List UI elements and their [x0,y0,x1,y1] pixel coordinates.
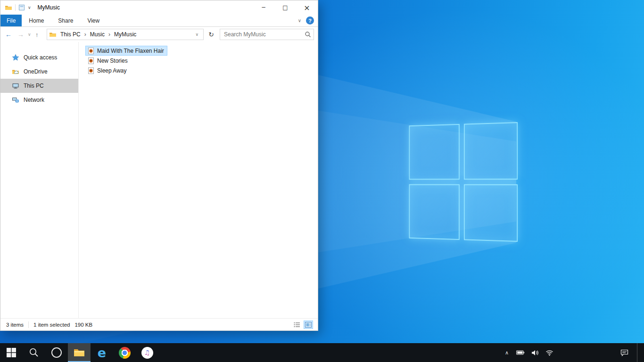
status-selected-size: 190 KB [74,322,92,328]
audio-file-icon [87,67,95,74]
file-row[interactable]: New Stories [85,56,131,66]
sidebar-item-label: Network [24,97,44,103]
expand-ribbon-icon[interactable]: ∨ [298,18,301,23]
back-button[interactable]: ← [3,31,14,38]
windows-logo-pane [464,122,518,180]
ribbon-right-controls: ∨ ? [298,15,318,26]
taskbar-itunes-button[interactable]: ♫ [136,343,158,362]
show-desktop-button[interactable] [637,343,639,362]
star-icon [12,54,19,61]
folder-icon [49,31,57,38]
explorer-body: Quick access OneDrive [0,42,318,318]
sidebar-item-label: OneDrive [24,68,48,75]
up-one-level-button[interactable]: ↑ [35,31,45,38]
audio-file-icon [87,47,95,55]
breadcrumb-music[interactable]: Music [87,31,107,38]
file-name: Sleep Away [97,67,127,74]
maximize-button[interactable]: □ [274,0,296,15]
network-icon [12,96,19,104]
file-row[interactable]: Sleep Away [85,66,130,75]
status-selected-count: 1 item selected [33,322,70,328]
file-list[interactable]: Maid With The Flaxen Hair New Stories [79,42,318,318]
itunes-icon: ♫ [141,347,153,359]
minimize-button[interactable]: ─ [253,0,274,15]
title-bar[interactable]: ∨ MyMusic ─ □ × [0,0,318,15]
file-row[interactable]: Maid With The Flaxen Hair [85,46,167,56]
toolbar-divider [15,4,16,11]
windows-logo-wallpaper [409,122,518,242]
audio-file-icon [87,57,95,65]
folder-icon [5,4,12,11]
search-input[interactable] [220,29,314,40]
edge-icon: e [98,346,106,359]
windows-logo-pane [409,124,460,180]
breadcrumb-this-pc[interactable]: This PC [58,31,83,38]
large-icons-view-button[interactable] [304,321,313,329]
breadcrumb-separator-icon[interactable]: › [108,31,110,38]
search-box [220,29,314,40]
quick-access-toolbar: ∨ [0,4,31,11]
sidebar-item-quick-access[interactable]: Quick access [0,50,78,65]
sidebar-item-network[interactable]: Network [0,93,78,107]
sidebar-item-label: This PC [24,82,44,89]
cortana-button[interactable] [45,343,68,362]
tab-file[interactable]: File [0,15,22,26]
navigation-pane: Quick access OneDrive [0,42,79,318]
start-button[interactable] [0,343,23,362]
tab-view[interactable]: View [80,15,107,26]
taskbar-search-button[interactable] [23,343,45,362]
action-center-icon[interactable] [615,349,634,356]
customize-toolbar-dropdown-icon[interactable]: ∨ [28,6,31,10]
address-bar[interactable]: This PC › Music › MyMusic ∨ [47,29,204,40]
tab-share[interactable]: Share [51,15,80,26]
windows-start-icon [6,347,17,358]
search-icon [29,347,39,358]
sidebar-item-this-pc[interactable]: This PC [0,79,78,93]
sidebar-item-onedrive[interactable]: OneDrive [0,65,78,79]
windows-logo-pane [464,184,518,242]
computer-icon [12,82,19,90]
details-view-button[interactable] [292,321,302,329]
help-button[interactable]: ? [306,16,314,25]
forward-button[interactable]: → [16,31,26,38]
music-note-icon: ♫ [144,349,150,356]
window-title: MyMusic [38,4,60,11]
status-item-count: 3 items [6,322,24,328]
chrome-icon [119,347,131,359]
volume-icon[interactable] [529,350,541,356]
status-bar: 3 items 1 item selected 190 KB [0,318,318,330]
file-explorer-window: ∨ MyMusic ─ □ × File Home Share View ∨ ?… [0,0,318,331]
cortana-icon [51,347,62,358]
window-controls: ─ □ × [253,0,318,15]
ribbon-tab-bar: File Home Share View ∨ ? [0,15,318,27]
address-dropdown-icon[interactable]: ∨ [192,32,201,37]
search-icon[interactable] [305,31,311,38]
file-explorer-icon [73,347,85,358]
view-toggle-group [292,321,313,329]
sidebar-item-label: Quick access [24,54,57,61]
refresh-button[interactable]: ↻ [206,29,217,40]
navigation-bar: ← → ∨ ↑ This PC › Music › MyMusic ∨ ↻ [0,27,318,42]
system-tray: ∧ [502,343,644,362]
hidden-icons-chevron[interactable]: ∧ [502,350,512,356]
taskbar: e ♫ ∧ [0,343,644,362]
close-button[interactable]: × [296,0,318,15]
properties-icon[interactable] [18,4,25,11]
file-name: Maid With The Flaxen Hair [97,48,164,54]
breadcrumb-separator-icon[interactable]: › [84,31,86,38]
tab-home[interactable]: Home [22,15,51,26]
breadcrumb-mymusic[interactable]: MyMusic [111,31,139,38]
onedrive-folder-icon [12,68,19,75]
recent-locations-dropdown-icon[interactable]: ∨ [28,32,33,37]
windows-logo-pane [409,184,460,240]
wifi-icon[interactable] [544,350,555,356]
desktop: ∨ MyMusic ─ □ × File Home Share View ∨ ?… [0,0,644,362]
taskbar-chrome-button[interactable] [113,343,136,362]
status-divider [28,321,29,328]
large-icons-view-icon [305,322,312,328]
details-view-icon [294,322,300,328]
taskbar-file-explorer-button[interactable] [68,343,91,362]
file-name: New Stories [97,58,128,64]
taskbar-edge-button[interactable]: e [91,343,113,362]
battery-icon[interactable] [514,350,527,355]
